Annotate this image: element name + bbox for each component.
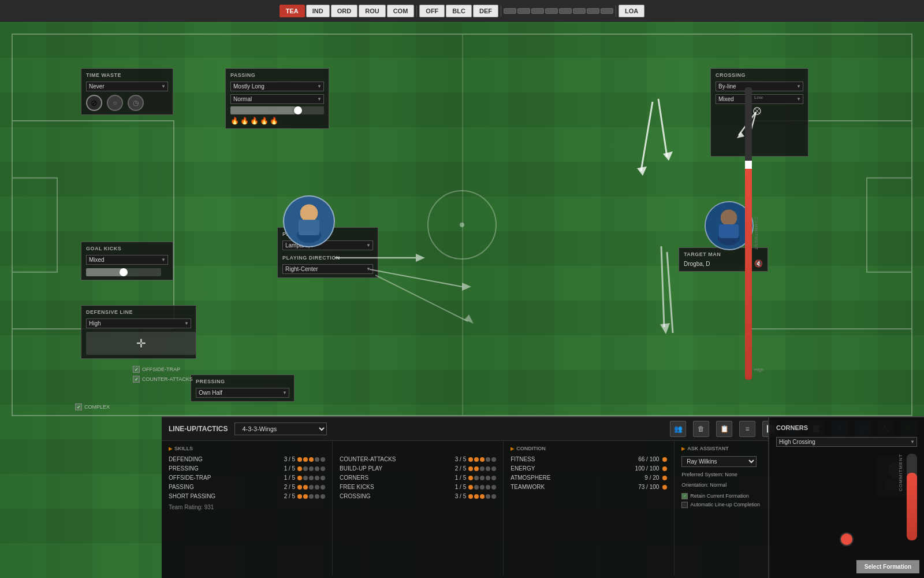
tab-tea[interactable]: TEA — [280, 5, 305, 17]
goal-kicks-slider-area — [86, 268, 168, 276]
condition-column: ▶ CONDITION FITNESS 66 / 100 ENERGY 100 … — [504, 441, 675, 575]
co-dots — [468, 476, 496, 480]
complex-label: COMPLEX — [84, 404, 110, 410]
passing-slider-handle[interactable] — [294, 106, 302, 114]
tab-ord[interactable]: ORD — [331, 5, 357, 17]
tab-blc[interactable]: BLC — [446, 5, 472, 17]
time-waste-icon-3[interactable]: ◷ — [128, 95, 144, 111]
select-formation-button[interactable]: Select Formation — [856, 560, 919, 573]
offside-stat-value: 1 / 5 — [284, 475, 295, 481]
co-d1 — [468, 476, 473, 480]
lampard-avatar[interactable] — [283, 195, 335, 247]
auto-lineup-checkbox[interactable] — [681, 502, 688, 508]
offside-trap-checkbox[interactable]: ✓ — [133, 366, 140, 373]
energy-value-area: 100 / 100 — [635, 465, 668, 472]
bup-d4 — [486, 466, 490, 471]
time-waste-select[interactable]: Never — [86, 81, 168, 91]
tab-empty4[interactable] — [545, 8, 558, 14]
sp-dot3 — [309, 494, 314, 499]
goal-kicks-slider-handle[interactable] — [120, 268, 128, 276]
time-waste-icon-2[interactable]: ○ — [107, 95, 123, 111]
svg-rect-14 — [719, 224, 739, 238]
sp-dot5 — [321, 494, 325, 499]
goal-kicks-select[interactable]: Mixed — [86, 255, 168, 265]
passing-select2[interactable]: Normal — [230, 94, 324, 104]
assistant-checkboxes: ✓ Retain Current Formation Automatic Lin… — [681, 493, 760, 508]
lineup-icon-btn[interactable]: 👥 — [670, 421, 686, 437]
cr-d3 — [480, 494, 485, 499]
counter-attacks-stat-label: COUNTER-ATTACKS — [340, 456, 396, 462]
fk-value-area: 1 / 5 — [455, 484, 496, 490]
teamwork-row: TEAMWORK 73 / 100 — [511, 484, 667, 490]
tab-empty5[interactable] — [559, 8, 572, 14]
defensive-line-select[interactable]: High — [86, 318, 191, 328]
ca-d3 — [480, 457, 485, 462]
retain-formation-label: Retain Current Formation — [690, 493, 749, 499]
tab-empty8[interactable] — [601, 8, 613, 14]
delete-icon-btn[interactable]: 🗑 — [693, 421, 709, 437]
soccer-field: TIME WASTE Never ▼ ⊘ ○ ◷ PASSING Mostly … — [0, 22, 924, 578]
list-icon-btn[interactable]: ≡ — [739, 421, 755, 437]
team-sheet-icon-btn[interactable]: 📋 — [716, 421, 732, 437]
counter-attacks-checkbox[interactable]: ✓ — [133, 376, 140, 383]
fitness-label: FITNESS — [511, 456, 535, 462]
assistant-name-row: Ray Wilkins — [681, 456, 760, 467]
tab-com[interactable]: COM — [387, 5, 415, 17]
offside-trap-label: OFFSIDE-TRAP — [142, 366, 180, 372]
corners-stat-label: CORNERS — [340, 475, 368, 481]
goal-kicks-title: GOAL KICKS — [86, 246, 168, 251]
defending-value-area: 3 / 5 — [284, 456, 325, 462]
sp-dot2 — [303, 494, 308, 499]
tab-off[interactable]: OFF — [419, 5, 445, 17]
goal-kicks-select-wrapper: Mixed ▼ — [86, 254, 168, 265]
passing-select1[interactable]: Mostly Long — [230, 81, 324, 91]
o-dot4 — [315, 476, 319, 480]
co-d2 — [474, 476, 479, 480]
team-rating-label: Team Rating: 931 — [169, 504, 325, 510]
assistant-name-select[interactable]: Ray Wilkins — [681, 456, 757, 467]
corners-title: CORNERS — [776, 424, 917, 431]
tab-empty1[interactable] — [504, 8, 516, 14]
svg-marker-1 — [737, 132, 744, 138]
auto-lineup-row: Automatic Line-up Completion — [681, 502, 760, 508]
corners-select[interactable]: High Crossing — [776, 437, 917, 447]
pressing-stat-value: 1 / 5 — [284, 465, 295, 472]
skills-triangle-icon: ▶ — [169, 446, 172, 451]
teamwork-label: TEAMWORK — [511, 484, 545, 490]
pressing-select[interactable]: Own Half — [196, 388, 289, 398]
complex-checkbox[interactable]: ✓ — [75, 403, 82, 410]
short-passing-value: 2 / 5 — [284, 493, 295, 499]
tab-loa[interactable]: LOA — [619, 5, 644, 17]
goal-kicks-panel: GOAL KICKS Mixed ▼ — [81, 242, 173, 280]
dot4 — [315, 457, 319, 462]
corners-commitment-track — [907, 454, 917, 540]
commitment-handle[interactable] — [745, 161, 752, 169]
formation-dropdown[interactable]: 4-3-3-Wings — [234, 423, 327, 435]
goal-kicks-slider-track — [86, 268, 161, 276]
tab-empty7[interactable] — [587, 8, 599, 14]
tab-ind[interactable]: IND — [306, 5, 330, 17]
assistant-form: Ray Wilkins Preferred System: None Orien… — [681, 456, 760, 508]
playing-direction-select[interactable]: Right-Center — [282, 264, 373, 274]
time-waste-panel: TIME WASTE Never ▼ ⊘ ○ ◷ — [81, 68, 173, 115]
tab-empty6[interactable] — [573, 8, 586, 14]
defensive-line-title: DEFENSIVE LINE — [86, 309, 191, 315]
time-waste-icon-1[interactable]: ⊘ — [86, 95, 102, 111]
o-dot2 — [303, 476, 308, 480]
ca-dots — [468, 457, 496, 462]
retain-formation-checkbox[interactable]: ✓ — [681, 493, 688, 499]
tab-def[interactable]: DEF — [473, 5, 498, 17]
defensive-line-slider-area[interactable]: ✛ — [86, 332, 196, 355]
fitness-dot — [662, 457, 667, 462]
tab-empty2[interactable] — [517, 8, 530, 14]
ca-value: 3 / 5 — [455, 456, 466, 462]
tab-empty3[interactable] — [531, 8, 544, 14]
fitness-row: FITNESS 66 / 100 — [511, 456, 667, 462]
corners-commitment-fill — [907, 473, 917, 540]
tab-rou[interactable]: ROU — [359, 5, 385, 17]
commitment-label: COMMITMENT — [754, 217, 758, 250]
defensive-line-handle-icon: ✛ — [136, 336, 146, 350]
flame-2: 🔥 — [240, 117, 249, 125]
pa-dot5 — [321, 485, 325, 490]
skills-column: ▶ SKILLS DEFENDING 3 / 5 — [162, 441, 333, 575]
